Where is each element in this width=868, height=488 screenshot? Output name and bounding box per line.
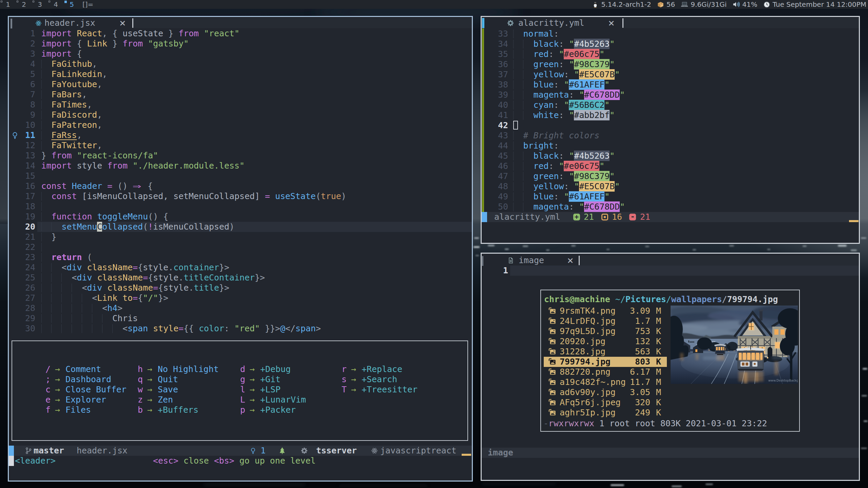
code-line[interactable]: 48 yellow: "#E5C07B" (482, 181, 859, 192)
whichkey-binding-;[interactable]: ;→Dashboard (45, 374, 127, 385)
whichkey-binding-L[interactable]: L→+LunarVim (240, 395, 306, 405)
whichkey-binding-q[interactable]: q→Quit (138, 374, 219, 385)
workspace-2[interactable]: 2 (16, 0, 32, 9)
code-line[interactable]: 46 red: "#e06c75" (482, 161, 859, 171)
whichkey-binding-c[interactable]: c→Close Buffer (45, 385, 127, 395)
code-line[interactable]: 7 FaBars, (9, 90, 472, 100)
whichkey-binding-e[interactable]: e→Explorer (45, 395, 127, 405)
code-line[interactable]: 19 function toggleMenu() { (9, 212, 472, 222)
whichkey-binding-d[interactable]: d→+Debug (240, 364, 306, 374)
code-line[interactable]: 18 (9, 201, 472, 212)
file-row[interactable]: ad6v90y.jpg3.05M (541, 387, 667, 397)
file-row[interactable]: AFq5r6j.jpeg320K (541, 397, 667, 408)
code-line[interactable]: 4 FaGithub, (9, 59, 472, 69)
code-line[interactable]: 40 cyan: "#56B6C2" (482, 100, 859, 110)
code-line[interactable]: 25 <div className={style.titleContainer}… (9, 273, 472, 283)
whichkey-binding-l[interactable]: l→+LSP (240, 385, 306, 395)
code-line[interactable]: 39 magenta: "#C678DD" (482, 90, 859, 100)
workspace-4[interactable]: 4 (48, 0, 64, 9)
code-line[interactable]: 22 (9, 242, 472, 252)
code-line[interactable]: 43 # Bright colors (482, 131, 859, 141)
code-line[interactable]: 12 FaTwitter, (9, 140, 472, 151)
workspace-1[interactable]: 1 (0, 0, 16, 9)
code-line[interactable]: 10 FaPatreon, (9, 120, 472, 130)
code-line[interactable]: 3import { (9, 49, 472, 59)
code-line[interactable]: 27 <Link to={"/"}> (9, 293, 472, 303)
whichkey-binding-z[interactable]: z→Zen (138, 395, 219, 405)
code-line[interactable]: 24 <div className={style.container}> (9, 262, 472, 273)
code-line[interactable]: 35 red: "#e06c75" (482, 49, 859, 59)
code-line[interactable]: 37 yellow: "#E5C07B" (482, 70, 859, 80)
code-line[interactable]: 1 (482, 266, 859, 276)
code-line[interactable]: 20 setMenuCollapsed(!isMenuCollapsed) (9, 222, 472, 232)
code-line[interactable]: 36 green: "#98C379" (482, 59, 859, 70)
code-token: : (559, 110, 564, 120)
code-token: yellow (533, 70, 564, 79)
code-line[interactable]: 21 } (9, 232, 472, 242)
tab-title[interactable]: alacritty.yml (518, 18, 584, 28)
whichkey-binding-g[interactable]: g→+Git (240, 374, 306, 385)
code-line[interactable]: 15 (9, 171, 472, 181)
file-row[interactable]: 31228.jpg563K (541, 347, 667, 357)
code-line[interactable]: 16const Header = () ⇒ { (9, 181, 472, 191)
code-line[interactable]: 28 <h4> (9, 303, 472, 313)
file-row[interactable]: aghr5Ip.jpg249K (541, 408, 667, 418)
file-row-selected[interactable]: 799794.jpg803K (541, 357, 667, 367)
code-line[interactable]: 34 black: "#4b5263" (482, 39, 859, 49)
image-file-icon (548, 368, 556, 376)
file-row[interactable]: a19c482f~.png11.7M (541, 377, 667, 387)
workspace-5[interactable]: 5 (64, 0, 80, 9)
code-line[interactable]: 5 FaLinkedin, (9, 69, 472, 79)
whichkey-binding-/[interactable]: /→Comment (45, 364, 127, 374)
whichkey-binding-b[interactable]: b→+Buffers (138, 405, 219, 415)
whichkey-binding-T[interactable]: T→+Treesitter (342, 385, 418, 395)
lightbulb-icon[interactable] (11, 132, 19, 139)
code-line[interactable]: 8 FaTimes, (9, 100, 472, 110)
whichkey-binding-s[interactable]: s→+Search (342, 374, 418, 385)
file-row[interactable]: 24LrDFQ.jpg1.7M (541, 316, 667, 326)
code-line[interactable]: 6 FaYoutube, (9, 79, 472, 90)
code-line[interactable]: 30 <span style={{ color: "red" }}>@</spa… (9, 324, 472, 334)
code-line[interactable]: 9 FaDiscord, (9, 110, 472, 120)
whichkey-binding-p[interactable]: p→+Packer (240, 405, 306, 415)
code-line[interactable]: 26 <div className={style.title}> (9, 283, 472, 293)
code-line[interactable]: 47 green: "#98C379" (482, 171, 859, 181)
code-line[interactable]: 11 FaRss, (9, 130, 472, 140)
file-row[interactable]: 9rsmTK4.png3.09M (541, 306, 667, 316)
code-token: " (569, 59, 574, 69)
code-line[interactable]: 42 (482, 120, 859, 131)
code-line[interactable]: 38 blue: "#61AFEF" (482, 80, 859, 90)
file-row[interactable]: 882720.png6.17M (541, 367, 667, 377)
file-row[interactable]: 97q9L5D.jpg753K (541, 326, 667, 336)
git-changed-count: 16 (612, 212, 622, 222)
code-token: = (153, 283, 158, 293)
whichkey-binding-r[interactable]: r→+Replace (342, 364, 418, 374)
code-line[interactable]: 45 black: "#4b5263" (482, 151, 859, 161)
code-line[interactable]: 33 normal: (482, 29, 859, 39)
code-line[interactable]: 49 blue: "#61AFEF" (482, 192, 859, 202)
code-line[interactable]: 2import { Link } from "gatsby" (9, 39, 472, 49)
indent-guide (513, 172, 514, 181)
code-line[interactable]: 29 Chris (9, 313, 472, 324)
tab-close-icon[interactable]: × (567, 255, 574, 266)
code-line[interactable]: 23 return ( (9, 252, 472, 262)
code-line[interactable]: 13} from "react-icons/fa" (9, 151, 472, 161)
tab-close-icon[interactable]: × (608, 18, 615, 28)
code-line[interactable]: 1import React, { useState } from "react" (9, 28, 472, 39)
whichkey-binding-f[interactable]: f→Files (45, 405, 127, 415)
tab-title[interactable]: image (519, 255, 544, 266)
code-line[interactable]: 14import style from "./header.module.les… (9, 161, 472, 171)
whichkey-binding-w[interactable]: w→Save (138, 385, 219, 395)
code-line[interactable]: 44 bright: (482, 141, 859, 151)
code-line[interactable]: 50 magenta: "#C678DD" (482, 202, 859, 212)
tab-title[interactable]: header.jsx (44, 18, 95, 28)
speaker-icon (732, 1, 740, 8)
code-line[interactable]: 17 const [isMenuCollapsed, setMenuCollap… (9, 191, 472, 201)
git-branch[interactable]: master (34, 446, 64, 456)
whichkey-binding-h[interactable]: h→No Highlight (138, 364, 219, 374)
workspace-3[interactable]: 3 (32, 0, 48, 9)
tab-close-icon[interactable]: × (119, 18, 126, 28)
indent-guide (513, 40, 514, 48)
file-row[interactable]: 20920.jpg132K (541, 336, 667, 347)
code-line[interactable]: 41 white: "#abb2bf" (482, 110, 859, 120)
